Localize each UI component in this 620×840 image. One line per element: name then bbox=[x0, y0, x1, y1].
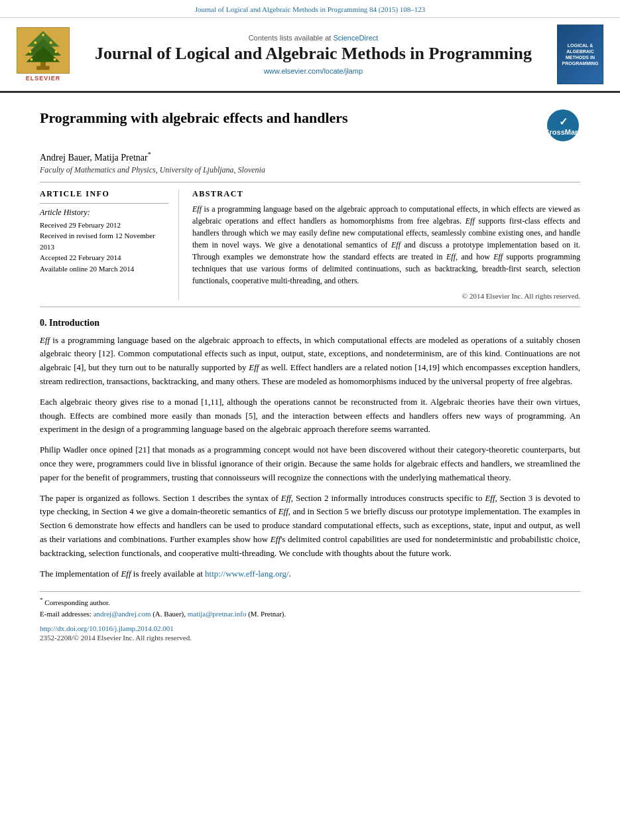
svg-point-10 bbox=[54, 58, 56, 61]
author-names: Andrej Bauer, Matija Pretnar bbox=[40, 153, 148, 163]
email1-author-label: (A. Bauer), bbox=[153, 610, 186, 618]
journal-icon-box: LOGICAL & ALGEBRAIC METHODS IN PROGRAMMI… bbox=[554, 25, 607, 84]
history-label: Article History: bbox=[40, 208, 168, 218]
eff-lang-link[interactable]: http://www.eff-lang.org/ bbox=[205, 569, 289, 579]
para-4: The paper is organized as follows. Secti… bbox=[40, 492, 580, 561]
para-2: Each algebraic theory gives rise to a mo… bbox=[40, 395, 580, 437]
footnote-section: * Corresponding author. E-mail addresses… bbox=[40, 591, 580, 619]
article-title: Programming with algebraic effects and h… bbox=[40, 109, 534, 127]
crossmark-icon: ✓ CrossMark bbox=[547, 109, 579, 141]
contents-line: Contents lists available at ScienceDirec… bbox=[81, 34, 546, 42]
section-0-title: 0. Introduction bbox=[40, 318, 580, 328]
email-prefix-label: E-mail addresses: bbox=[40, 610, 92, 618]
authors-line: Andrej Bauer, Matija Pretnar* bbox=[40, 151, 580, 163]
journal-title-text: Journal of Logical and Algebraic Methods… bbox=[81, 43, 546, 64]
doi-line: http://dx.doi.org/10.1016/j.jlamp.2014.0… bbox=[40, 624, 580, 632]
issn-line: 2352-2208/© 2014 Elsevier Inc. All right… bbox=[40, 634, 580, 642]
science-direct-link[interactable]: ScienceDirect bbox=[333, 34, 378, 42]
page-body: Programming with algebraic effects and h… bbox=[0, 93, 620, 655]
crossmark-badge: ✓ CrossMark bbox=[547, 109, 580, 143]
footnote-corresponding: * Corresponding author. bbox=[40, 596, 580, 608]
svg-point-5 bbox=[34, 41, 36, 44]
affiliation: Faculty of Mathematics and Physics, Univ… bbox=[40, 165, 580, 175]
crossmark-label: CrossMark bbox=[544, 128, 582, 136]
svg-point-6 bbox=[50, 41, 52, 44]
revised-date: Received in revised form 12 November 201… bbox=[40, 230, 168, 252]
online-date: Available online 20 March 2014 bbox=[40, 263, 168, 275]
email1-link[interactable]: andrej@andrej.com bbox=[93, 610, 151, 618]
citation-link[interactable]: Journal of Logical and Algebraic Methods… bbox=[195, 5, 426, 13]
svg-point-11 bbox=[42, 34, 44, 36]
section-0-body: Eff is a programming language based on t… bbox=[40, 334, 580, 581]
svg-point-7 bbox=[29, 50, 32, 53]
para-3: Philip Wadler once opined [21] that mona… bbox=[40, 443, 580, 484]
svg-point-8 bbox=[55, 50, 58, 53]
elsevier-name: ELSEVIER bbox=[26, 75, 61, 82]
article-title-section: Programming with algebraic effects and h… bbox=[40, 109, 580, 147]
journal-cover-icon: LOGICAL & ALGEBRAIC METHODS IN PROGRAMMI… bbox=[557, 25, 603, 84]
journal-header: ELSEVIER Contents lists available at Sci… bbox=[0, 18, 620, 93]
info-abstract-columns: ARTICLE INFO Article History: Received 2… bbox=[40, 189, 580, 300]
top-citation-bar: Journal of Logical and Algebraic Methods… bbox=[0, 0, 620, 18]
received-date: Received 29 February 2012 bbox=[40, 220, 168, 231]
copyright-line: © 2014 Elsevier Inc. All rights reserved… bbox=[192, 292, 580, 300]
para-5: The implementation of Eff is freely avai… bbox=[40, 567, 580, 581]
abstract-title: ABSTRACT bbox=[192, 189, 580, 199]
article-info-col: ARTICLE INFO Article History: Received 2… bbox=[40, 189, 179, 300]
journal-url: www.elsevier.com/locate/jlamp bbox=[81, 67, 546, 75]
accepted-date: Accepted 22 February 2014 bbox=[40, 252, 168, 263]
body-divider bbox=[40, 307, 580, 307]
header-divider bbox=[40, 182, 580, 182]
footnote-star: * bbox=[40, 596, 43, 603]
footnote-emails: E-mail addresses: andrej@andrej.com (A. … bbox=[40, 608, 580, 620]
article-info-title: ARTICLE INFO bbox=[40, 189, 168, 199]
email2-link[interactable]: matija@pretnar.info bbox=[188, 610, 247, 618]
contents-prefix: Contents lists available at bbox=[249, 34, 332, 42]
para-1: Eff is a programming language based on t… bbox=[40, 334, 580, 389]
abstract-col: ABSTRACT Eff is a programming language b… bbox=[192, 189, 580, 300]
abstract-text: Eff is a programming language based on t… bbox=[192, 203, 580, 287]
elsevier-logo: ELSEVIER bbox=[13, 27, 73, 82]
doi-link[interactable]: http://dx.doi.org/10.1016/j.jlamp.2014.0… bbox=[40, 624, 174, 632]
journal-title-center: Contents lists available at ScienceDirec… bbox=[81, 34, 546, 74]
email2-author-label: (M. Pretnar). bbox=[248, 610, 286, 618]
corresponding-label: Corresponding author. bbox=[44, 598, 109, 606]
author-star: * bbox=[148, 151, 151, 158]
elsevier-tree-icon bbox=[17, 27, 70, 74]
svg-point-9 bbox=[31, 58, 33, 61]
